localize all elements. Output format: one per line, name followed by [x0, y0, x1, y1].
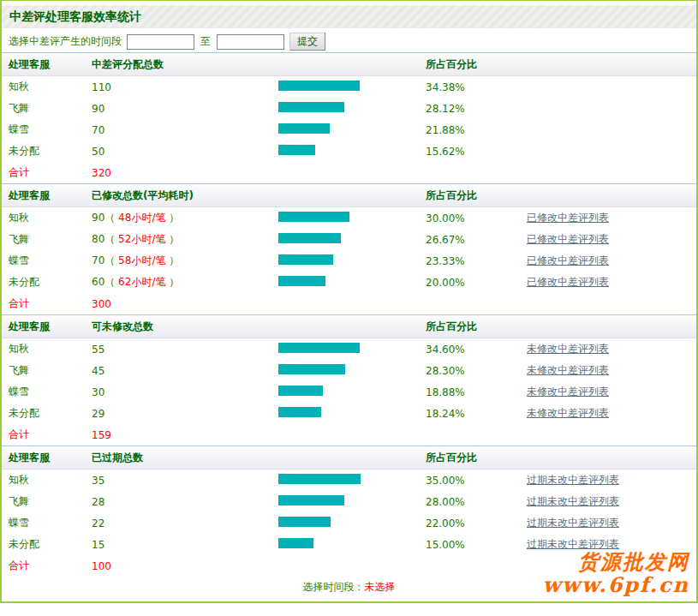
bar-cell	[278, 276, 426, 289]
percent-bar	[278, 343, 360, 353]
percent-bar	[278, 495, 344, 505]
table-row: 未分配5015.62%	[2, 141, 696, 162]
percent-value: 22.00%	[426, 517, 527, 529]
percent-bar	[278, 102, 344, 112]
section-header: 处理客服中差评分配总数所占百分比	[2, 53, 696, 76]
column-header-percent: 所占百分比	[426, 451, 527, 465]
review-list-link[interactable]: 过期未改中差评列表	[527, 538, 619, 550]
column-header-agent: 处理客服	[2, 57, 92, 72]
avg-time-value: 52小时/笔	[118, 233, 165, 245]
paren-close: ）	[165, 276, 179, 288]
review-list-link[interactable]: 已修改中差评列表	[527, 212, 609, 224]
start-date-input[interactable]	[127, 34, 194, 50]
table-row: 飞舞80（ 52小时/笔 ）26.67%已修改中差评列表	[2, 229, 696, 250]
metric-value: 90	[92, 103, 278, 115]
agent-name: 未分配	[2, 406, 92, 421]
metric-value: 55	[92, 344, 278, 356]
review-list-link[interactable]: 过期未改中差评列表	[527, 474, 619, 486]
watermark-url: www.6pf.cn	[543, 573, 689, 596]
metric-value-number: 30	[92, 386, 104, 398]
percent-bar	[278, 123, 330, 134]
percent-bar	[278, 212, 349, 222]
table-row: 知秋5534.60%未修改中差评列表	[2, 338, 696, 360]
agent-name: 蝶雪	[2, 123, 92, 137]
bar-cell	[278, 123, 426, 136]
percent-value: 28.12%	[426, 103, 527, 115]
link-cell: 过期未改中差评列表	[527, 516, 696, 530]
review-list-link[interactable]: 未修改中差评列表	[527, 407, 609, 419]
watermark: 货源批发网 www.6pf.cn	[543, 550, 689, 596]
metric-value: 45	[92, 365, 278, 377]
review-list-link[interactable]: 已修改中差评列表	[527, 276, 609, 288]
column-header-percent: 所占百分比	[426, 57, 527, 72]
percent-value: 15.62%	[426, 146, 527, 158]
page-title-bar: 中差评处理客服效率统计	[2, 5, 696, 28]
agent-name: 知秋	[2, 211, 92, 225]
metric-value: 29	[92, 408, 278, 420]
total-value: 100	[92, 560, 278, 572]
watermark-sitename: 货源批发网	[543, 550, 689, 573]
section-assigned: 处理客服中差评分配总数所占百分比知秋11034.38%飞舞9028.12%蝶雪7…	[2, 52, 696, 183]
submit-button[interactable]: 提交	[289, 33, 325, 51]
paren-close: ）	[165, 233, 179, 245]
percent-bar	[278, 364, 345, 374]
column-header-percent: 所占百分比	[426, 320, 527, 334]
section-header: 处理客服可未修改总数所占百分比	[2, 315, 696, 338]
section-header: 处理客服已修改总数(平均耗时)所占百分比	[2, 184, 696, 207]
percent-value: 30.00%	[426, 212, 527, 224]
link-cell: 过期未改中差评列表	[527, 473, 696, 487]
metric-value-number: 60	[92, 276, 104, 288]
table-row: 蝶雪3018.88%未修改中差评列表	[2, 381, 696, 403]
paren-open: （	[104, 276, 118, 288]
table-row: 未分配2918.24%未修改中差评列表	[2, 403, 696, 424]
metric-value-number: 55	[92, 344, 104, 356]
avg-time-value: 62小时/笔	[118, 276, 165, 288]
link-cell: 已修改中差评列表	[527, 232, 696, 247]
metric-value-number: 28	[92, 496, 104, 508]
agent-name: 蝶雪	[2, 516, 92, 530]
table-row: 未分配60（ 62小时/笔 ）20.00%已修改中差评列表	[2, 272, 696, 293]
link-cell: 已修改中差评列表	[527, 275, 696, 290]
percent-bar	[278, 145, 315, 155]
metric-value-number: 70	[92, 254, 104, 266]
review-list-link[interactable]: 过期未改中差评列表	[527, 517, 619, 529]
bar-cell	[278, 407, 426, 420]
agent-name: 飞舞	[2, 494, 92, 509]
link-cell: 未修改中差评列表	[527, 363, 696, 378]
metric-value: 80（ 52小时/笔 ）	[92, 232, 278, 247]
column-header-metric: 可未修改总数	[92, 320, 278, 334]
bar-cell	[278, 212, 426, 224]
agent-name: 知秋	[2, 473, 92, 487]
metric-value: 90（ 48小时/笔 ）	[92, 211, 278, 225]
review-list-link[interactable]: 未修改中差评列表	[527, 364, 609, 376]
metric-value: 70	[92, 124, 278, 136]
agent-name: 知秋	[2, 80, 92, 94]
metric-value-number: 80	[92, 233, 104, 245]
metric-value-number: 45	[92, 365, 104, 377]
link-cell: 未修改中差评列表	[527, 342, 696, 356]
percent-value: 26.67%	[426, 234, 527, 246]
total-value: 300	[92, 298, 278, 310]
total-label: 合计	[2, 165, 92, 180]
review-list-link[interactable]: 已修改中差评列表	[527, 233, 609, 245]
review-list-link[interactable]: 未修改中差评列表	[527, 386, 609, 398]
end-date-input[interactable]	[217, 34, 284, 50]
section-header: 处理客服已过期总数所占百分比	[2, 446, 696, 469]
bar-cell	[278, 364, 426, 377]
paren-open: （	[104, 233, 118, 245]
bar-cell	[278, 517, 426, 529]
review-list-link[interactable]: 未修改中差评列表	[527, 343, 609, 355]
bar-cell	[278, 495, 426, 508]
review-list-link[interactable]: 过期未改中差评列表	[527, 495, 619, 507]
total-value: 320	[92, 167, 278, 179]
agent-name: 蝶雪	[2, 385, 92, 399]
review-list-link[interactable]: 已修改中差评列表	[527, 254, 609, 266]
column-header-agent: 处理客服	[2, 320, 92, 334]
table-row: 蝶雪70（ 58小时/笔 ）23.33%已修改中差评列表	[2, 250, 696, 272]
percent-value: 21.88%	[426, 124, 527, 136]
paren-open: （	[104, 254, 118, 266]
column-header-agent: 处理客服	[2, 451, 92, 465]
section-unmodified: 处理客服可未修改总数所占百分比知秋5534.60%未修改中差评列表飞舞4528.…	[2, 314, 696, 446]
stats-sections: 处理客服中差评分配总数所占百分比知秋11034.38%飞舞9028.12%蝶雪7…	[2, 52, 696, 577]
metric-value: 70（ 58小时/笔 ）	[92, 254, 278, 268]
